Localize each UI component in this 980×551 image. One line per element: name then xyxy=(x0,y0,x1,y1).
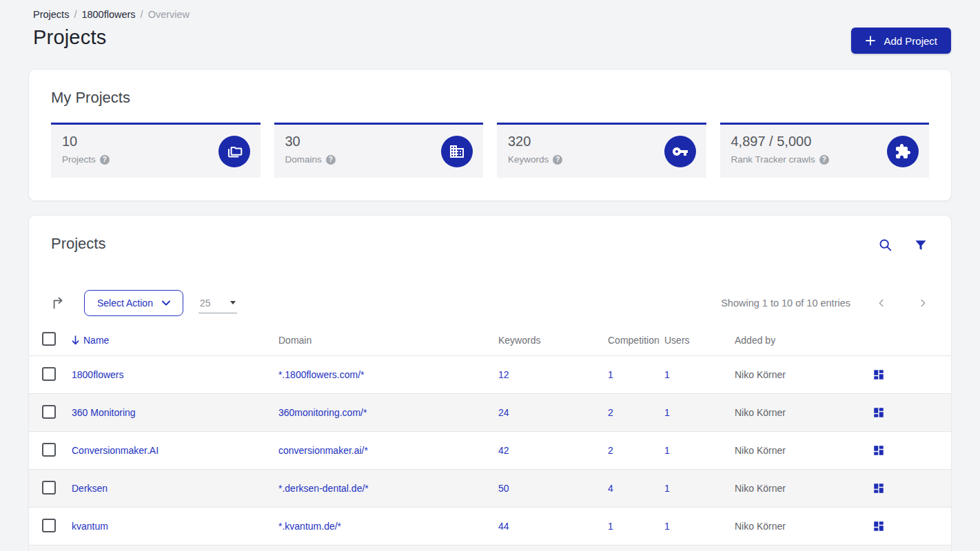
select-action-dropdown[interactable]: Select Action xyxy=(84,290,183,316)
project-domain-link[interactable]: conversionmaker.ai/* xyxy=(278,445,498,456)
dashboard-icon[interactable] xyxy=(872,368,885,381)
domains-icon xyxy=(441,136,473,167)
project-users-link[interactable]: 1 xyxy=(664,369,735,380)
column-header-name[interactable]: Name xyxy=(72,335,278,346)
column-header-users[interactable]: Users xyxy=(664,335,735,346)
project-keywords-link[interactable]: 42 xyxy=(498,445,608,456)
sort-descending-icon xyxy=(72,335,79,345)
column-header-competition[interactable]: Competition xyxy=(608,335,664,346)
table-header-row: Name Domain Keywords Competition Users A… xyxy=(29,324,951,356)
project-domain-link[interactable]: *.kvantum.de/* xyxy=(278,521,498,532)
column-header-keywords[interactable]: Keywords xyxy=(498,335,608,346)
added-by-value: Niko Körner xyxy=(735,407,872,418)
project-competition-link[interactable]: 4 xyxy=(608,483,664,494)
project-domain-link[interactable]: *.derksen-dental.de/* xyxy=(278,483,498,494)
project-keywords-link[interactable]: 24 xyxy=(498,407,608,418)
project-competition-link[interactable]: 1 xyxy=(608,369,664,380)
my-projects-title: My Projects xyxy=(51,89,130,107)
column-header-added-by[interactable]: Added by xyxy=(735,335,872,346)
breadcrumb: Projects / 1800flowers / Overview xyxy=(33,9,190,20)
project-keywords-link[interactable]: 44 xyxy=(498,521,608,532)
row-checkbox[interactable] xyxy=(42,405,56,419)
project-users-link[interactable]: 1 xyxy=(664,407,735,418)
projects-table-card: Projects Select Action 25 Showing 1 to 1… xyxy=(28,215,952,551)
project-competition-link[interactable]: 2 xyxy=(608,407,664,418)
pagination-next-icon[interactable] xyxy=(917,297,929,309)
help-icon[interactable] xyxy=(553,155,562,165)
stat-keywords: 320 Keywords xyxy=(497,123,706,178)
stat-domains: 30 Domains xyxy=(274,123,484,178)
breadcrumb-separator: / xyxy=(74,9,76,20)
table-row xyxy=(29,545,951,551)
add-project-label: Add Project xyxy=(884,35,937,47)
breadcrumb-separator: / xyxy=(141,9,143,20)
select-action-label: Select Action xyxy=(97,298,153,309)
stats-row: 10 Projects 30 Domains 320 xyxy=(51,123,929,178)
added-by-value: Niko Körner xyxy=(735,521,872,532)
search-icon[interactable] xyxy=(878,238,893,253)
stat-projects: 10 Projects xyxy=(51,123,261,178)
dashboard-icon[interactable] xyxy=(872,406,885,419)
added-by-value: Niko Körner xyxy=(735,445,872,456)
filter-icon[interactable] xyxy=(914,238,928,252)
projects-table-title: Projects xyxy=(51,235,105,253)
pagination-prev-icon[interactable] xyxy=(875,297,888,309)
row-checkbox[interactable] xyxy=(42,519,56,532)
dashboard-icon[interactable] xyxy=(872,520,885,532)
project-keywords-link[interactable]: 12 xyxy=(498,369,608,380)
table-row: 1800flowers *.1800flowers.com/* 12 1 1 N… xyxy=(29,356,951,394)
project-name-link[interactable]: 360 Monitoring xyxy=(72,407,278,418)
help-icon[interactable] xyxy=(819,155,829,165)
project-name-link[interactable]: kvantum xyxy=(72,521,278,532)
page-size-select[interactable]: 25 xyxy=(198,293,237,313)
project-domain-link[interactable]: 360monitoring.com/* xyxy=(278,407,498,418)
showing-entries-text: Showing 1 to 10 of 10 entries xyxy=(721,298,850,309)
table-row: kvantum *.kvantum.de/* 44 1 1 Niko Körne… xyxy=(29,508,951,545)
stat-crawls: 4,897 / 5,000 Rank Tracker crawls xyxy=(720,123,930,178)
help-icon[interactable] xyxy=(326,155,336,165)
select-all-checkbox[interactable] xyxy=(42,332,56,346)
table-row: Derksen *.derksen-dental.de/* 50 4 1 Nik… xyxy=(29,470,951,508)
project-users-link[interactable]: 1 xyxy=(664,483,735,494)
row-checkbox[interactable] xyxy=(42,481,56,495)
project-domain-link[interactable]: *.1800flowers.com/* xyxy=(278,369,498,380)
breadcrumb-1800flowers[interactable]: 1800flowers xyxy=(81,9,135,20)
column-header-domain[interactable]: Domain xyxy=(278,335,498,346)
project-keywords-link[interactable]: 50 xyxy=(498,483,608,494)
crawls-icon xyxy=(887,136,919,167)
stat-domains-label: Domains xyxy=(285,154,322,165)
project-name-link[interactable]: 1800flowers xyxy=(72,369,278,380)
page-title: Projects xyxy=(33,26,106,49)
project-users-link[interactable]: 1 xyxy=(664,521,735,532)
plus-icon xyxy=(865,35,876,46)
stat-keywords-label: Keywords xyxy=(508,154,549,165)
stat-projects-label: Projects xyxy=(62,154,96,165)
stat-crawls-label: Rank Tracker crawls xyxy=(731,154,815,165)
table-controls: Select Action 25 Showing 1 to 10 of 10 e… xyxy=(51,290,929,316)
chevron-down-icon xyxy=(162,300,170,306)
projects-table: Name Domain Keywords Competition Users A… xyxy=(29,324,951,551)
keywords-icon xyxy=(664,136,696,167)
project-competition-link[interactable]: 2 xyxy=(608,445,664,456)
breadcrumb-overview: Overview xyxy=(148,9,190,20)
breadcrumb-projects[interactable]: Projects xyxy=(33,9,69,20)
dashboard-icon[interactable] xyxy=(872,482,885,495)
table-row: 360 Monitoring 360monitoring.com/* 24 2 … xyxy=(29,394,951,432)
page-size-value: 25 xyxy=(200,298,211,309)
caret-down-icon xyxy=(230,301,236,304)
added-by-value: Niko Körner xyxy=(735,483,872,494)
my-projects-card: My Projects 10 Projects 30 Domains xyxy=(28,69,952,201)
table-row: Conversionmaker.AI conversionmaker.ai/* … xyxy=(29,432,951,470)
project-competition-link[interactable]: 1 xyxy=(608,521,664,532)
row-checkbox[interactable] xyxy=(42,367,56,381)
project-name-link[interactable]: Conversionmaker.AI xyxy=(72,445,278,456)
added-by-value: Niko Körner xyxy=(735,369,872,380)
dashboard-icon[interactable] xyxy=(872,444,885,457)
help-icon[interactable] xyxy=(100,155,110,165)
project-name-link[interactable]: Derksen xyxy=(72,483,278,494)
export-icon[interactable] xyxy=(51,295,66,311)
projects-icon xyxy=(218,136,250,167)
project-users-link[interactable]: 1 xyxy=(664,445,735,456)
row-checkbox[interactable] xyxy=(42,443,56,457)
add-project-button[interactable]: Add Project xyxy=(851,28,951,54)
